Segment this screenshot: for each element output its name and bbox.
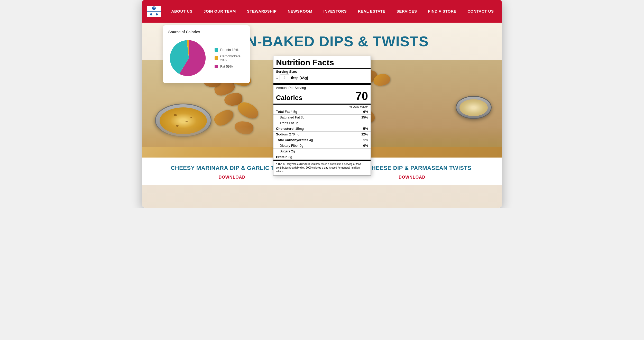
legend-carb: Carbohydrate 23%: [215, 54, 244, 62]
nutrition-row-3: Cholesterol 15mg5%: [273, 126, 371, 132]
pie-chart-title: Source of Calories: [168, 30, 244, 34]
fat-label: Fat 59%: [220, 65, 233, 68]
download-link-left[interactable]: DOWNLOAD: [219, 175, 245, 179]
logo[interactable]: [145, 2, 163, 21]
download-link-right[interactable]: DOWNLOAD: [399, 175, 425, 179]
nf-row-label-1: Saturated Fat 3g: [280, 115, 305, 119]
svg-point-5: [150, 13, 152, 15]
legend-protein: Protein 18%: [215, 48, 244, 52]
dip-spot-2: [186, 121, 188, 122]
svg-rect-2: [147, 11, 161, 12]
nutrition-serving-row: ▲ ▼ tbsp (45g): [273, 74, 371, 85]
nav-link-about-us[interactable]: ABOUT US: [171, 9, 192, 13]
hero-section: Source of Calories P: [142, 23, 502, 208]
calories-row: Calories 70: [273, 90, 371, 105]
dip-spot-4: [190, 117, 192, 118]
nutrition-row-5: Total Carbohydrates 4g1%: [273, 137, 371, 143]
nf-row-pct-1: 15%: [361, 115, 368, 119]
nf-row-label-6: Dietary Fiber 0g: [280, 144, 303, 148]
pie-legend: Protein 18% Carbohydrate 23% Fat 59%: [215, 48, 244, 68]
nav-link-investors[interactable]: INVESTORS: [323, 9, 347, 13]
nutrition-row-1: Saturated Fat 3g15%: [273, 115, 371, 120]
nutrition-serving-label: Serving Size:: [273, 69, 371, 74]
twist-6: [212, 107, 236, 128]
nf-row-label-0: Total Fat 4.5g: [276, 110, 297, 114]
nutrition-row-0: Total Fat 4.5g6%: [273, 109, 371, 115]
navbar: ABOUT USJOIN OUR TEAMSTEWARDSHIPNEWSROOM…: [142, 0, 502, 23]
protein-dot: [215, 48, 218, 52]
dip-surface-right: [459, 99, 488, 116]
nutrition-row-2: Trans Fat 0g: [273, 120, 371, 126]
nutrition-row-4: Sodium 270mg12%: [273, 132, 371, 137]
pie-chart-svg: [168, 38, 209, 79]
serving-stepper[interactable]: ▲ ▼: [276, 76, 278, 80]
dv-header: % Daily Value*: [273, 105, 371, 109]
nav-link-stewardship[interactable]: STEWARDSHIP: [247, 9, 277, 13]
nf-row-pct-4: 12%: [361, 132, 368, 136]
nf-row-label-4: Sodium 270mg: [276, 132, 299, 136]
nf-row-pct-0: 6%: [363, 110, 368, 114]
nutrition-row-6: Dietary Fiber 0g0%: [273, 143, 371, 149]
nf-row-label-2: Trans Fat 0g: [280, 121, 298, 125]
calories-value: 70: [355, 90, 368, 103]
calories-label: Calories: [276, 94, 302, 102]
serving-unit: tbsp (45g): [291, 76, 308, 80]
legend-fat: Fat 59%: [215, 65, 244, 68]
nutrition-panel: Nutrition Facts Serving Size: ▲ ▼ tbsp (…: [273, 56, 371, 176]
nf-row-pct-3: 5%: [363, 127, 368, 131]
nf-row-label-7: Sugars 2g: [280, 149, 295, 153]
nav-links: ABOUT USJOIN OUR TEAMSTEWARDSHIPNEWSROOM…: [166, 9, 499, 14]
pie-chart-card: Source of Calories P: [163, 25, 250, 83]
nutrition-row-7: Sugars 2g: [273, 149, 371, 154]
nf-row-label-3: Cholesterol 15mg: [276, 127, 304, 131]
svg-point-6: [156, 13, 158, 15]
nutrition-row-8: Protein 3g: [273, 154, 371, 161]
nav-link-real-estate[interactable]: REAL ESTATE: [358, 9, 385, 13]
pie-chart-area: Protein 18% Carbohydrate 23% Fat 59%: [168, 38, 244, 79]
protein-label: Protein 18%: [220, 48, 238, 52]
nutrition-rows: Total Fat 4.5g6%Saturated Fat 3g15%Trans…: [273, 109, 371, 161]
nutrition-title: Nutrition Facts: [273, 56, 371, 69]
nav-link-find-a-store[interactable]: FIND A STORE: [428, 9, 456, 13]
dip-spot-1: [174, 114, 177, 116]
dip-bowl-right: [456, 96, 492, 119]
dip-spot-3: [176, 125, 179, 127]
nav-link-newsroom[interactable]: NEWSROOM: [288, 9, 312, 13]
nav-link-services[interactable]: SERVICES: [397, 9, 417, 13]
nf-row-label-5: Total Carbohydrates 4g: [276, 138, 313, 142]
carb-dot: [215, 56, 218, 60]
nav-link-contact-us[interactable]: CONTACT US: [467, 9, 494, 13]
nf-row-pct-6: 0%: [363, 144, 368, 148]
nav-link-join-our-team[interactable]: JOIN OUR TEAM: [204, 9, 236, 13]
amount-per-serving: Amount Per Serving: [273, 85, 371, 90]
serving-size-input[interactable]: [280, 75, 289, 81]
nf-row-pct-5: 1%: [363, 138, 368, 142]
fat-dot: [215, 65, 218, 68]
carb-label: Carbohydrate 23%: [220, 54, 244, 62]
nutrition-footer: * The % Daily Value (DV) tells you how m…: [273, 161, 371, 175]
nf-row-label-8: Protein 3g: [276, 155, 292, 159]
